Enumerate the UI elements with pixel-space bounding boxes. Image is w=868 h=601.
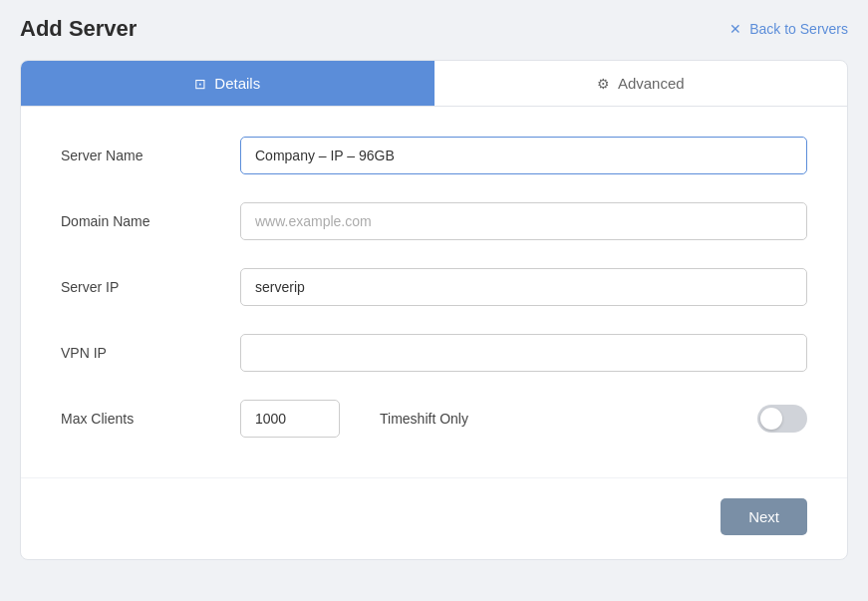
tab-advanced[interactable]: ⚙ Advanced (434, 61, 848, 106)
back-to-servers-link[interactable]: ✕ Back to Servers (727, 21, 848, 37)
server-name-label: Server Name (61, 148, 240, 163)
timeshift-wrap: Timeshift Only (380, 405, 807, 433)
tab-bar: ⊡ Details ⚙ Advanced (21, 61, 847, 107)
vpn-ip-label: VPN IP (61, 345, 240, 361)
max-clients-input[interactable] (240, 400, 340, 438)
domain-name-field (240, 202, 807, 240)
details-tab-icon: ⊡ (194, 76, 206, 92)
vpn-ip-input[interactable] (240, 334, 807, 372)
server-ip-label: Server IP (61, 279, 240, 295)
server-ip-field (240, 268, 807, 306)
tab-details[interactable]: ⊡ Details (21, 61, 434, 106)
advanced-tab-icon: ⚙ (597, 76, 610, 92)
server-name-field (240, 137, 807, 174)
timeshift-toggle-wrap (757, 405, 807, 433)
server-ip-input[interactable] (240, 268, 807, 306)
form-body: Server Name Domain Name Server IP VPN IP (21, 107, 847, 467)
domain-name-label: Domain Name (61, 213, 240, 229)
tab-advanced-label: Advanced (618, 75, 685, 92)
vpn-ip-field (240, 334, 807, 372)
timeshift-label: Timeshift Only (380, 411, 468, 427)
back-icon: ✕ (727, 21, 743, 37)
page-title: Add Server (20, 16, 137, 42)
back-link-text: Back to Servers (749, 21, 848, 37)
max-clients-timeshift-inline: Timeshift Only (240, 400, 807, 438)
domain-name-row: Domain Name (61, 202, 807, 240)
domain-name-input[interactable] (240, 202, 807, 240)
server-name-input[interactable] (240, 137, 807, 174)
form-footer: Next (21, 477, 847, 559)
tab-details-label: Details (214, 75, 260, 92)
max-clients-row: Max Clients Timeshift Only (61, 400, 807, 438)
vpn-ip-row: VPN IP (61, 334, 807, 372)
server-name-row: Server Name (61, 137, 807, 174)
next-button[interactable]: Next (721, 498, 807, 535)
max-clients-label: Max Clients (61, 411, 240, 427)
server-ip-row: Server IP (61, 268, 807, 306)
main-card: ⊡ Details ⚙ Advanced Server Name Domain … (20, 60, 848, 560)
timeshift-toggle[interactable] (757, 405, 807, 433)
